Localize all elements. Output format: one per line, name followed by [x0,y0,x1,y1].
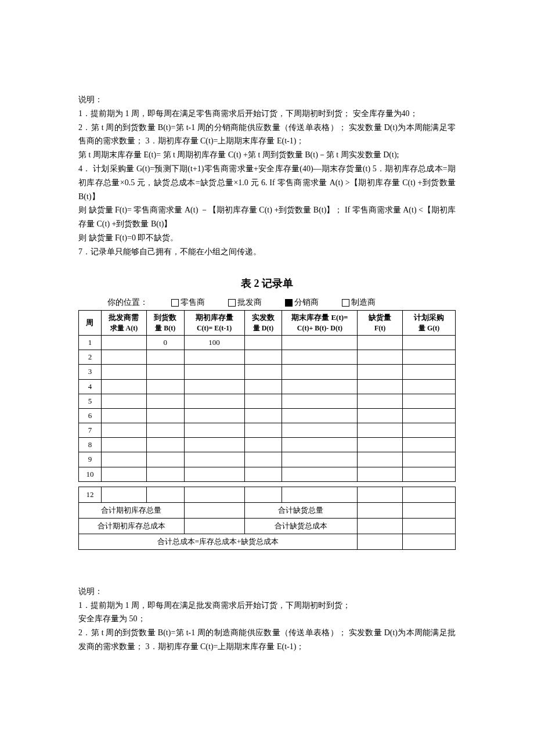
th-beginning-stock: 期初库存量C(t)= E(t-1) [184,310,244,335]
checkbox-empty-icon [171,299,179,307]
summary-row-1: 合计期初库存总量 合计缺货总量 [79,502,456,518]
section1-line4: 4． 计划采购量 G(t)=预测下期(t+1)零售商需求量+安全库存量(40)—… [78,162,456,203]
section1-line1: 1．提前期为 1 周，即每周在满足零售商需求后开始订货，下周期初时到货； 安全库… [78,107,456,121]
record-table: 周 批发商需求量 A(t) 到货数量 B(t) 期初库存量C(t)= E(t-1… [78,310,456,482]
section2-line1: 1．提前期为 1 周，即每周在满足批发商需求后开始订货，下周期初时到货； [78,599,456,613]
section2-line2: 安全库存量为 50； [78,612,456,626]
th-planned-purchase: 计划采购量 G(t) [403,310,456,335]
table-row: 7 [79,423,456,438]
section1-line2: 2．第 t 周的到货数量 B(t)=第 t-1 周的分销商能供应数量（传送单表格… [78,121,456,149]
th-shortage: 缺货量F(t) [358,310,403,335]
summary-row-3: 合计总成本=库存总成本+缺货总成本 [79,534,456,549]
table-row: 12 [79,487,456,502]
summary-row-2: 合计期初库存总成本 合计缺货总成本 [79,518,456,534]
position-row: 你的位置： 零售商 批发商 分销商 制造商 [78,297,456,308]
position-option-distributor: 分销商 [285,297,319,308]
section1-line5: 则 缺货量 F(t)= 零售商需求量 A(t) －【期初库存量 C(t) +到货… [78,203,456,231]
section2-line3: 2．第 t 周的到货数量 B(t)=第 t-1 周的制造商能供应数量（传送单表格… [78,626,456,654]
table-row: 9 [79,452,456,467]
table-row: 4 [79,379,456,394]
table-row: 6 [79,408,456,423]
section1-heading: 说明： [78,93,456,107]
checkbox-filled-icon [285,299,293,307]
th-ending-stock: 期末库存量 E(t)=C(t)+ B(t)- D(t) [282,310,358,335]
position-label: 你的位置： [107,297,148,308]
position-option-retailer: 零售商 [171,297,205,308]
position-option-manufacturer: 制造商 [342,297,376,308]
table-row: 10100 [79,335,456,350]
section1-line7: 7．记录单只能够自己拥有，不能在小组之间传递。 [78,245,456,259]
table2-title: 表 2 记录单 [78,276,456,290]
record-table-body: 10100 2 3 4 5 6 7 8 9 10 [79,335,456,481]
section2-heading: 说明： [78,585,456,599]
table-row: 8 [79,438,456,452]
th-week: 周 [79,310,102,335]
position-option-wholesaler: 批发商 [228,297,262,308]
section1-line6: 则 缺货量 F(t)=0 即不缺货。 [78,231,456,245]
table-row: 3 [79,365,456,379]
th-shipped: 实发数量 D(t) [244,310,282,335]
table-row: 10 [79,467,456,481]
table-row: 2 [79,350,456,365]
section1-line3: 第 t 周期末库存量 E(t)= 第 t 周期初库存量 C(t) +第 t 周到… [78,148,456,162]
th-arrival: 到货数量 B(t) [146,310,184,335]
th-demand: 批发商需求量 A(t) [101,310,146,335]
checkbox-empty-icon [342,299,349,307]
summary-table: 12 合计期初库存总量 合计缺货总量 合计期初库存总成本 合计缺货总成本 合计总… [78,487,456,550]
table-row: 5 [79,394,456,408]
checkbox-empty-icon [228,299,236,307]
